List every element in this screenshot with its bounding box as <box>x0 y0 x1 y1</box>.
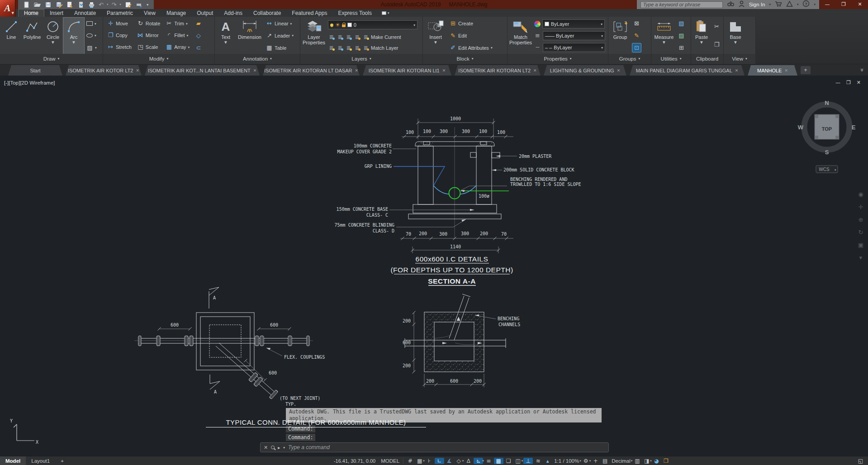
file-tab[interactable]: ISOMETRIK AIR KOTORAN LT DASAR✕ <box>263 65 360 76</box>
showmotion-icon[interactable]: ▣ <box>858 242 863 248</box>
panel-label-draw[interactable]: Draw▾ <box>0 54 103 63</box>
linetype-select[interactable]: – –ByLayer▾ <box>543 43 605 52</box>
drawing-area[interactable]: [-][Top][2D Wireframe] — ❐ ✕ ◉ ✛ ⊕ ↻ ▣ ▾ <box>0 76 868 456</box>
fillet-button[interactable]: ◜Fillet▾ <box>165 31 190 40</box>
offset-button[interactable]: ⊂ <box>194 43 203 52</box>
close-icon[interactable]: ✕ <box>253 68 257 73</box>
make-current-button[interactable]: Make Current <box>371 34 401 40</box>
tab-collaborate[interactable]: Collaborate <box>248 9 286 17</box>
selection-cycling-toggle[interactable]: ❏ <box>504 458 513 464</box>
rotate-button[interactable]: ↻Rotate <box>136 19 161 28</box>
search-input[interactable] <box>640 1 723 8</box>
match-properties-button[interactable]: Match Properties <box>508 18 533 54</box>
undo-icon[interactable]: ↶ <box>99 1 104 8</box>
viewcube-south[interactable]: S <box>825 149 829 156</box>
dimension-button[interactable]: Dimension <box>236 18 264 54</box>
file-tab[interactable]: MAIN PANEL DIAGRAM GARIS TUNGGAL✕ <box>630 65 745 76</box>
table-button[interactable]: ▦Table <box>265 43 294 52</box>
batch-plot-icon[interactable] <box>135 1 143 9</box>
units-readout[interactable]: Decimal <box>610 458 632 464</box>
a360-dropdown-icon[interactable]: ▾ <box>797 3 799 6</box>
tab-express-tools[interactable]: Express Tools <box>332 9 377 17</box>
paste-dropdown-icon[interactable]: ▼ <box>700 40 703 45</box>
zoom-icon[interactable]: ⊕ <box>858 216 863 223</box>
create-block-button[interactable]: ⊞Create <box>449 19 493 28</box>
arc-button[interactable]: Arc ▼ <box>63 18 84 54</box>
viewcube-top-face[interactable]: TOP <box>822 126 832 132</box>
panel-label-layers[interactable]: Layers▾ <box>300 54 422 63</box>
pan-icon[interactable]: ✛ <box>858 204 863 210</box>
close-icon[interactable]: ✕ <box>533 68 537 73</box>
ribbon-display-toggle[interactable]: ▾ <box>382 9 389 17</box>
hatch-button[interactable]: ▨▾ <box>85 43 98 52</box>
circle-button[interactable]: Circle ▼ <box>43 18 63 54</box>
command-recent-icon[interactable]: ▾ <box>283 446 285 450</box>
panel-label-utilities[interactable]: Utilities▾ <box>651 54 691 63</box>
application-menu-button[interactable]: A ▼ <box>0 0 15 17</box>
leader-button[interactable]: ↗Leader▾ <box>265 31 294 40</box>
help-dropdown-icon[interactable]: ▾ <box>814 3 816 6</box>
quick-calc-button[interactable]: ⊞ <box>677 43 686 52</box>
layer-on-icon[interactable] <box>330 24 333 27</box>
file-tab[interactable]: ISOMETRIK AIR KOTOR LT2✕ <box>66 65 142 76</box>
lineweight-toggle[interactable]: ≡ <box>484 458 493 464</box>
doc-minimize-button[interactable]: — <box>835 80 840 85</box>
select-similar-button[interactable]: ▨ <box>677 31 686 40</box>
clean-screen-toggle[interactable]: ◱ <box>856 458 865 464</box>
layer-freeze-icon[interactable]: ≣ <box>345 34 352 40</box>
redo-dropdown-icon[interactable]: ▾ <box>119 3 121 6</box>
annotation-monitor-toggle[interactable]: ≋ <box>533 458 543 464</box>
store-cart-icon[interactable] <box>775 0 782 9</box>
close-icon[interactable]: ✕ <box>735 68 739 73</box>
group-selection-toggle[interactable]: ⊡ <box>632 43 641 52</box>
layout1-tab[interactable]: Layout1 <box>26 456 55 465</box>
layer-isolate-icon[interactable]: ≣ <box>337 34 343 40</box>
qat-customize-icon[interactable]: ▼ <box>146 3 149 6</box>
tab-insert[interactable]: Insert <box>44 9 69 17</box>
close-button[interactable]: ✕ <box>852 0 868 9</box>
mobile-share-icon[interactable] <box>77 1 85 9</box>
file-tab-manhole-active[interactable]: MANHOLE✕ <box>748 65 797 76</box>
navigation-bar[interactable]: ◉ ✛ ⊕ ↻ ▣ ▾ <box>858 191 863 261</box>
command-input[interactable] <box>288 444 605 451</box>
command-close-icon[interactable]: ✕ <box>264 445 268 451</box>
command-customize-icon[interactable] <box>271 446 275 449</box>
ortho-toggle[interactable]: ∟ <box>435 458 444 464</box>
tab-featured-apps[interactable]: Featured Apps <box>286 9 332 17</box>
doc-close-button[interactable]: ✕ <box>857 80 861 85</box>
linear-button[interactable]: ↔Linear▾ <box>265 19 294 28</box>
layer-lock-icon[interactable]: ≣ <box>354 34 360 40</box>
file-tab[interactable]: ISOMETRIK AIR KOTORAN Lt1✕ <box>363 65 451 76</box>
match-layer-icon[interactable]: ≣ <box>362 45 369 51</box>
annotation-visibility-toggle[interactable]: ▴ <box>543 458 552 464</box>
user-icon[interactable] <box>738 0 745 9</box>
transparency-toggle[interactable]: ▩ <box>494 458 503 464</box>
layout-icon[interactable] <box>124 1 132 9</box>
tab-parametric[interactable]: Parametric <box>101 9 138 17</box>
redo-icon[interactable]: ↷ <box>111 1 116 8</box>
layer-select[interactable]: ☀ 0 ▾ <box>328 20 417 29</box>
group-button[interactable]: ✦ Group <box>609 18 631 54</box>
group-edit-button[interactable]: ✎ <box>632 31 641 40</box>
explode-button[interactable]: ◇ <box>194 31 203 40</box>
ellipse-button[interactable]: ▾ <box>85 31 98 40</box>
object-snap-tracking-toggle[interactable]: ∆ <box>464 458 473 464</box>
layer-on2-icon[interactable]: ≣ <box>328 45 335 51</box>
text-button[interactable]: A Text ▼ <box>216 18 236 54</box>
file-tab[interactable]: LIGHTNING & GROUNDING✕ <box>544 65 626 76</box>
viewcube[interactable]: TOP N W E S WCS ▾ <box>798 100 856 173</box>
layer-unlock-icon[interactable] <box>342 24 346 27</box>
new-layout-button[interactable]: + <box>55 456 69 465</box>
copy-button[interactable]: ❐Copy <box>106 31 133 40</box>
match-layer-button[interactable]: Match Layer <box>371 45 398 51</box>
wcs-dropdown-icon[interactable]: ▾ <box>835 168 836 171</box>
stretch-button[interactable]: ↦Stretch <box>106 43 133 52</box>
search-icon[interactable] <box>727 0 734 9</box>
dynamic-input-toggle[interactable]: ⊦ <box>425 458 434 464</box>
save-as-icon[interactable] <box>55 1 63 9</box>
viewcube-east[interactable]: E <box>852 124 856 131</box>
array-button[interactable]: ▦Array▾ <box>165 43 190 52</box>
tab-addins[interactable]: Add-ins <box>218 9 248 17</box>
isolate-objects[interactable]: ▤ <box>600 458 610 464</box>
paste-button[interactable]: Paste ▼ <box>692 18 711 54</box>
